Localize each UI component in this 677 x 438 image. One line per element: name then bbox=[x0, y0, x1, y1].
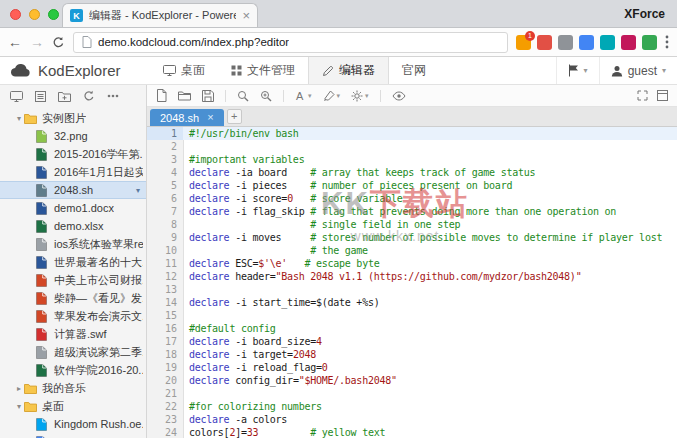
address-bar[interactable]: demo.kodcloud.com/index.php?editor bbox=[73, 32, 508, 53]
zoom-window-button[interactable] bbox=[48, 9, 59, 20]
fullscreen-icon[interactable] bbox=[657, 90, 668, 101]
tree-item[interactable]: ios系统体验苹果re... bbox=[0, 235, 146, 253]
browser-menu-icon[interactable] bbox=[665, 35, 669, 49]
refresh-icon[interactable] bbox=[83, 90, 95, 102]
preview-icon[interactable] bbox=[392, 91, 406, 101]
page-icon bbox=[82, 36, 92, 48]
nav-item-editor[interactable]: 编辑器 bbox=[308, 57, 389, 84]
forward-icon[interactable]: → bbox=[30, 35, 44, 49]
tree-item[interactable]: 2048.sh▾ bbox=[0, 181, 146, 199]
close-window-button[interactable] bbox=[10, 9, 21, 20]
code-line[interactable]: 5declare -i pieces # number of pieces pr… bbox=[147, 179, 677, 192]
tree-item[interactable]: 32.png bbox=[0, 127, 146, 145]
code-line[interactable]: 3#important variables bbox=[147, 153, 677, 166]
nav-item-file-manager[interactable]: 文件管理 bbox=[218, 57, 308, 84]
code-line[interactable]: 1#!/usr/bin/env bash bbox=[147, 127, 677, 140]
tree-item[interactable]: 柴静—《看见》发... bbox=[0, 289, 146, 307]
code-line[interactable]: 11declare ESC=$'\e' # escape byte bbox=[147, 257, 677, 270]
back-icon[interactable]: ← bbox=[8, 35, 22, 49]
extension-orange[interactable]: 1 bbox=[516, 35, 531, 50]
code-line[interactable]: 20declare config_dir="$HOME/.bash2048" bbox=[147, 374, 677, 387]
line-number: 1 bbox=[147, 127, 183, 140]
code-line[interactable]: 16#default config bbox=[147, 322, 677, 335]
tab-close-icon[interactable]: × bbox=[242, 9, 250, 22]
language-flag-button[interactable]: ▾ bbox=[556, 57, 599, 84]
tree-item[interactable]: 苹果发布会演示文... bbox=[0, 307, 146, 325]
folder-icon bbox=[24, 401, 38, 412]
extension-red[interactable] bbox=[537, 35, 552, 50]
extension-green[interactable] bbox=[642, 35, 657, 50]
new-file-icon[interactable] bbox=[156, 89, 167, 102]
file-icon bbox=[36, 310, 50, 323]
open-folder-icon[interactable] bbox=[178, 90, 191, 101]
chevron-down-icon[interactable]: ▾ bbox=[14, 402, 24, 411]
code-line[interactable]: 15 bbox=[147, 309, 677, 322]
code-line[interactable]: 2 bbox=[147, 140, 677, 153]
tree-item[interactable]: demo1.docx bbox=[0, 199, 146, 217]
code-line[interactable]: 18declare -i target=2048 bbox=[147, 348, 677, 361]
tree-item[interactable] bbox=[0, 433, 146, 438]
zoom-icon[interactable] bbox=[260, 90, 272, 102]
code-line[interactable]: 9declare -i moves # stores number of pos… bbox=[147, 231, 677, 244]
code-text: #!/usr/bin/env bash bbox=[183, 127, 299, 140]
tree-item[interactable]: 2015-2016学年第... bbox=[0, 145, 146, 163]
code-line[interactable]: 12declare header="Bash 2048 v1.1 (https:… bbox=[147, 270, 677, 283]
extension-crimson[interactable] bbox=[621, 35, 636, 50]
nav-item-official-site[interactable]: 官网 bbox=[389, 57, 439, 84]
line-number: 7 bbox=[147, 205, 183, 218]
new-tab-button[interactable]: + bbox=[227, 109, 242, 124]
settings-icon[interactable]: ▾ bbox=[351, 90, 369, 102]
user-menu-button[interactable]: guest ▾ bbox=[599, 57, 677, 84]
code-editor[interactable]: 1#!/usr/bin/env bash23#important variabl… bbox=[147, 127, 677, 438]
code-line[interactable]: 17declare -i board_size=4 bbox=[147, 335, 677, 348]
tree-item[interactable]: 计算器.swf bbox=[0, 325, 146, 343]
more-icon[interactable] bbox=[107, 94, 119, 98]
save-icon[interactable] bbox=[202, 90, 214, 102]
code-line[interactable]: 14declare -i start_time=$(date +%s) bbox=[147, 296, 677, 309]
code-line[interactable]: 19declare -i reload_flag=0 bbox=[147, 361, 677, 374]
tree-item[interactable]: 2016年1月1日起实... bbox=[0, 163, 146, 181]
item-menu-caret[interactable]: ▾ bbox=[133, 186, 143, 195]
tree-item[interactable]: ▸我的音乐 bbox=[0, 379, 146, 397]
tree-item[interactable]: 世界最著名的十大... bbox=[0, 253, 146, 271]
code-line[interactable]: 23declare -a colors bbox=[147, 413, 677, 426]
app-logo[interactable]: KodExplorer bbox=[0, 57, 150, 84]
code-line[interactable]: 8 # single field in one step bbox=[147, 218, 677, 231]
code-line[interactable]: 22#for colorizing numbers bbox=[147, 400, 677, 413]
new-folder-icon[interactable] bbox=[58, 91, 71, 102]
extension-teal[interactable] bbox=[600, 35, 615, 50]
search-icon[interactable] bbox=[237, 90, 249, 102]
theme-icon[interactable]: ▾ bbox=[323, 90, 341, 102]
tree-item[interactable]: ▾桌面 bbox=[0, 397, 146, 415]
code-line[interactable]: 6declare -i score=0 # score variable bbox=[147, 192, 677, 205]
clipboard-icon[interactable] bbox=[35, 90, 46, 102]
code-line[interactable]: 10 # the game bbox=[147, 244, 677, 257]
tree-item[interactable]: ▾实例图片 bbox=[0, 109, 146, 127]
reload-icon[interactable] bbox=[52, 36, 65, 49]
code-line[interactable]: 7declare -i flag_skip # flag that preven… bbox=[147, 205, 677, 218]
code-line[interactable]: 13 bbox=[147, 283, 677, 296]
browser-tab[interactable]: K 编辑器 - KodExplorer - Powere × bbox=[62, 3, 258, 27]
tree-item[interactable]: 软件学院2016-20... bbox=[0, 361, 146, 379]
extension-blue[interactable] bbox=[579, 35, 594, 50]
tree-item[interactable]: demo.xlsx bbox=[0, 217, 146, 235]
font-size-icon[interactable]: A▾ bbox=[295, 90, 312, 102]
chevron-right-icon[interactable]: ▸ bbox=[14, 384, 24, 393]
tree-item[interactable]: 超级演说家第二季... bbox=[0, 343, 146, 361]
minimize-window-button[interactable] bbox=[29, 9, 40, 20]
editor-tab[interactable]: 2048.sh × bbox=[150, 109, 224, 126]
chevron-down-icon: ▾ bbox=[662, 66, 666, 75]
expand-icon[interactable] bbox=[637, 90, 648, 101]
code-line[interactable]: 21 bbox=[147, 387, 677, 400]
code-line[interactable]: 24colors[2]=33 # yellow text bbox=[147, 426, 677, 438]
tree-item[interactable]: 中美上市公司财报... bbox=[0, 271, 146, 289]
code-line[interactable]: 4declare -ia board # array that keeps tr… bbox=[147, 166, 677, 179]
extension-gray[interactable] bbox=[558, 35, 573, 50]
tab-close-icon[interactable]: × bbox=[207, 112, 213, 123]
tree-item[interactable]: Kingdom Rush.oe... bbox=[0, 415, 146, 433]
chevron-down-icon[interactable]: ▾ bbox=[14, 114, 24, 123]
desktop-icon[interactable] bbox=[10, 91, 23, 102]
nav-item-desktop[interactable]: 桌面 bbox=[150, 57, 218, 84]
file-icon bbox=[36, 328, 50, 341]
tree-item-label: 2015-2016学年第... bbox=[54, 147, 143, 162]
